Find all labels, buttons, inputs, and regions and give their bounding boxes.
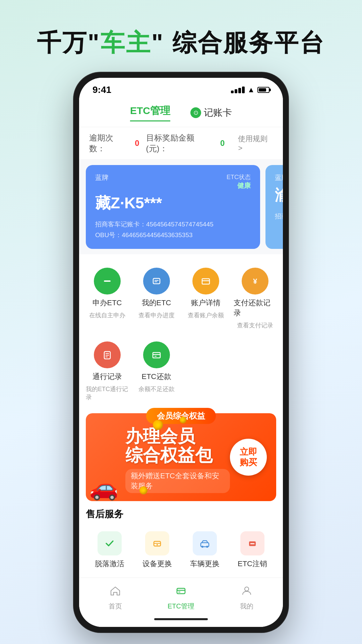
passage-record-icon [94,341,121,368]
brand-footer: 易行 易行车服 YIXING CHEFU 让用车更简单 *本图仅为示例，图中商品… [0,632,362,644]
etc-cancel-icon [240,531,264,555]
passage-record-desc: 我的ETC通行记录 [86,385,128,401]
reward-label: 目标奖励金额(元)： [146,132,214,154]
nav-mine[interactable]: 我的 [240,585,253,611]
after-device-replace[interactable]: 设备更换 [133,526,181,574]
after-sales-grid: 脱落激活 设备更换 车辆更换 [86,526,276,574]
service-grid: 申办ETC 在线自主申办 我的ETC 查看申办进度 账户详情 查看账户余额 [79,254,283,335]
reward-value: 0 [220,139,225,148]
card1-plate: 藏Z·K5*** [95,193,251,214]
svg-rect-4 [202,279,209,284]
tab-etc-manage[interactable]: ETC管理 [130,104,170,121]
svg-rect-22 [177,588,185,594]
nav-etc-manage[interactable]: ETC管理 [168,585,194,611]
service-payment-record[interactable]: ¥ 支付还款记录 查看支付记录 [230,261,280,335]
after-sales-title: 售后服务 [86,508,276,521]
service-passage-record[interactable]: 通行记录 我的ETC通行记录 [82,335,132,407]
battery-icon [257,87,269,93]
signal-icon [231,87,245,93]
svg-text:¥: ¥ [253,277,257,285]
svg-point-19 [206,546,208,548]
promo-sub-text: 额外赠送ETC全套设备和安装服务 [125,469,230,493]
nav-home[interactable]: 首页 [109,585,122,611]
reactivate-name: 脱落激活 [95,559,124,569]
card2-label: 蓝牌 [275,173,283,182]
status-icons: ▲ [231,86,269,94]
card1-status-label: ETC状态 [227,173,251,181]
tab-account-card[interactable]: ⊙ 记账卡 [190,106,232,119]
my-etc-desc: 查看申办进度 [138,311,175,319]
apply-etc-name: 申办ETC [93,298,122,308]
hero-title: 千万"车主" 综合服务平台 [0,0,362,72]
promo-banner[interactable]: 会员综合权益 🚗 办理会员 综合权益包 额外赠送ETC全套 [86,413,276,501]
svg-rect-1 [153,278,160,284]
stats-bar: 逾期次数： 0 目标奖励金额(元)： 0 使用规则 > [79,127,283,160]
card2-plate: 渝K... [275,185,283,206]
etc-manage-icon [175,585,187,600]
service-account-detail[interactable]: 账户详情 查看账户余额 [181,261,230,335]
nav-home-label: 首页 [109,602,122,611]
phone-inner: 9:41 ▲ ETC管理 ⊙ [79,78,283,627]
cards-row: 蓝牌 ETC状态 健康 藏Z·K5*** 招商客车记账卡：45645645745… [86,165,276,249]
promo-car-decoration: 🚗 [89,474,118,501]
after-etc-cancel[interactable]: ETC注销 [229,526,276,574]
payment-record-desc: 查看支付记录 [237,321,273,329]
card-area: 蓝牌 ETC状态 健康 藏Z·K5*** 招商客车记账卡：45645645745… [79,160,283,254]
payment-record-name: 支付还款记录 [234,298,276,318]
etc-repay-icon [143,341,170,368]
after-sales-section: 售后服务 脱落激活 设备更换 [79,501,283,578]
svg-point-18 [201,546,203,548]
overdue-value: 0 [135,139,139,148]
phone-outer: 9:41 ▲ ETC管理 ⊙ [74,72,288,632]
service-grid-row2: 通行记录 我的ETC通行记录 ETC还款 余额不足还款 [79,335,283,410]
after-reactivate[interactable]: 脱落激活 [86,526,133,574]
etc-repay-desc: 余额不足还款 [138,385,175,393]
service-apply-etc[interactable]: 申办ETC 在线自主申办 [82,261,132,335]
status-time: 9:41 [93,85,111,95]
account-detail-desc: 查看账户余额 [188,311,224,319]
status-bar: 9:41 ▲ [79,78,283,99]
account-detail-name: 账户详情 [191,298,221,308]
svg-rect-11 [153,353,160,358]
passage-record-name: 通行记录 [93,372,122,382]
account-detail-icon [192,268,219,294]
card1-status-area: ETC状态 健康 [227,173,251,190]
reactivate-icon [98,531,122,555]
promo-tag: 会员综合权益 [146,408,216,424]
promo-buy-button[interactable]: 立即 购买 [230,439,267,476]
overdue-label: 逾期次数： [89,132,128,154]
etc-repay-name: ETC还款 [142,372,171,382]
device-replace-name: 设备更换 [142,559,172,569]
apply-etc-desc: 在线自主申办 [89,311,125,319]
apply-etc-icon [94,268,121,294]
payment-record-icon: ¥ [242,268,268,294]
nav-mine-label: 我的 [240,602,253,611]
service-etc-repay[interactable]: ETC还款 余额不足还款 [132,335,181,407]
nav-etc-label: ETC管理 [168,602,194,611]
svg-point-16 [157,544,158,545]
card1-status-value: 健康 [227,181,251,190]
etc-card-1[interactable]: 蓝牌 ETC状态 健康 藏Z·K5*** 招商客车记账卡：45645645745… [86,165,260,249]
my-etc-icon [143,268,170,294]
promo-main-text: 办理会员 综合权益包 [125,427,230,465]
phone-mockup: 9:41 ▲ ETC管理 ⊙ [64,72,298,632]
bottom-nav: 首页 ETC管理 我的 [79,578,283,614]
svg-rect-0 [104,280,111,282]
wifi-icon: ▲ [247,86,255,94]
etc-card-2[interactable]: 蓝牌 渝K... 招商客... [265,165,283,249]
car-replace-icon [193,531,217,555]
card1-label: 蓝牌 [95,173,109,182]
my-etc-name: 我的ETC [142,298,171,308]
service-my-etc[interactable]: 我的ETC 查看申办进度 [132,261,181,335]
etc-cancel-name: ETC注销 [238,559,267,569]
mine-icon [241,585,253,600]
card2-detail: 招商客... [275,211,283,222]
device-replace-icon [145,531,169,555]
app-header: ETC管理 ⊙ 记账卡 [79,99,283,127]
home-indicator [79,614,283,627]
rule-link[interactable]: 使用规则 > [238,134,273,153]
after-car-replace[interactable]: 车辆更换 [181,526,229,574]
svg-point-25 [245,587,249,591]
home-icon [109,585,121,600]
card1-detail: 招商客车记账卡：4564564574574745445 OBU号：4646565… [95,219,251,241]
